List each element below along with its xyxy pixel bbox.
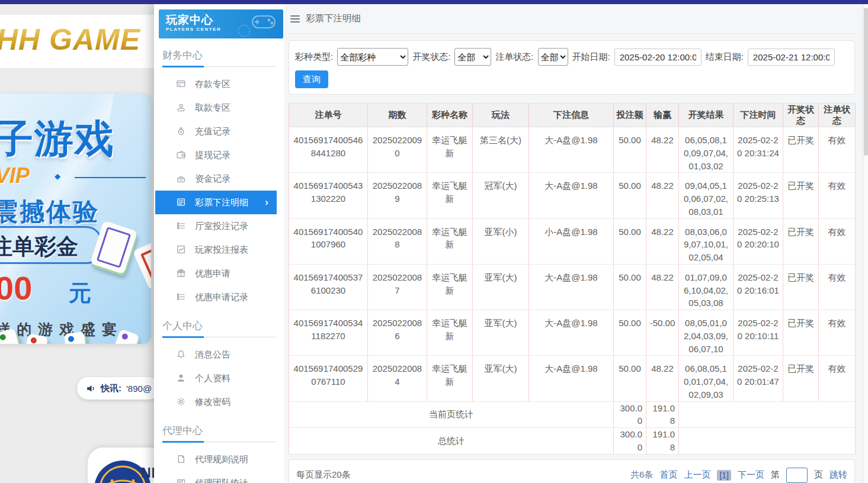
screen: HH GAME 子游戏 VIP ◆ 震撼体验 注单彩金 00 元 样的游戏盛宴 … [0,0,868,483]
sidebar-item-取款专区[interactable]: 取款专区 [154,96,284,120]
sidebar-item-玩家投注报表[interactable]: 玩家投注报表 [154,238,284,262]
report-chart-icon [177,245,186,255]
table-cell: 06,08,05,10,01,07,04,02,09,03 [679,356,734,401]
search-button[interactable]: 查询 [295,70,328,88]
end-date-input[interactable] [748,49,835,66]
sidebar-item-资金记录[interactable]: 资金记录 [154,167,284,191]
prev-page-link[interactable]: 上一页 [684,469,710,481]
doc-icon [177,455,186,464]
promo-banner: 子游戏 VIP ◆ 震撼体验 注单彩金 00 元 样的游戏盛宴 [0,94,151,344]
summary-bet-total: 300.00 [614,401,646,428]
next-page-link[interactable]: 下一页 [738,469,764,481]
table-cell: 已开奖 [783,127,819,173]
gamepad-icon [250,12,277,35]
sidebar-item-优惠申请记录[interactable]: 优惠申请记录 [154,285,284,309]
menu-toggle-icon[interactable] [290,15,300,22]
sidebar-item-代理团队统计[interactable]: 代理团队统计 [154,471,284,483]
table-cell: 09,04,05,10,06,07,02,08,03,01 [679,173,734,218]
table-cell: 幸运飞艇新 [427,173,473,218]
bet-status-select[interactable]: 全部 [538,48,568,66]
start-date-input[interactable] [614,49,702,66]
sidebar: 玩家中心 PLAYERS CENTER 财务中心存款专区取款专区充值记录提现记录… [154,4,284,483]
lottery-type-select[interactable]: 全部彩种 [337,48,408,66]
table-cell: 大-A盘@1.98 [529,127,614,173]
summary-row: 总统计300.00191.08 [289,428,856,455]
diamond-icon: ◆ [55,172,60,181]
table-cell: 20250220084 [368,356,427,401]
scrollbar[interactable] [863,4,868,483]
sidebar-item-消息公告[interactable]: 消息公告 [154,343,284,366]
table-footer: 每页显示20条 共6条 首页 上一页 [1] 下一页 第 页 跳转 [289,459,855,483]
page-suffix: 页 [814,469,823,481]
top-accent-bar [0,0,868,4]
current-page[interactable]: [1] [717,470,731,481]
table-cell: 有效 [819,218,856,264]
section-divider [162,337,276,337]
sidebar-item-label: 玩家投注报表 [195,244,248,256]
table-cell: 20250220089 [368,173,427,218]
bell-icon [177,350,186,359]
recharge-moneybag-icon [177,127,186,136]
table-cell: 48.22 [646,173,679,218]
sidebar-item-label: 修改密码 [195,397,230,408]
page-title: 彩票下注明细 [306,12,361,25]
sidebar-item-label: 代理团队统计 [195,478,248,483]
table-cell: 有效 [819,356,856,401]
banner-tagline: 样的游戏盛宴 [0,320,123,339]
sidebar-header: 玩家中心 PLAYERS CENTER [159,9,283,38]
summary-row: 当前页统计300.00191.08 [289,401,856,428]
draw-status-label: 开奖状态: [412,51,450,63]
sidebar-item-修改密码[interactable]: 修改密码 [154,390,284,414]
table-cell: 48.22 [646,218,679,264]
table-row: 40156917400543130222020250220089幸运飞艇新冠军(… [289,173,856,218]
table-cell: 亚军(小) [473,218,529,264]
draw-status-select[interactable]: 全部 [454,48,491,66]
table-cell: 已开奖 [783,173,819,218]
sidebar-item-存款专区[interactable]: 存款专区 [154,72,284,96]
sidebar-item-充值记录[interactable]: 充值记录 [154,120,284,143]
sidebar-item-代理规则说明[interactable]: 代理规则说明 [154,447,284,471]
lottery-type-label: 彩种类型: [295,51,333,63]
sidebar-sections: 财务中心存款专区取款专区充值记录提现记录资金记录彩票下注明细›厅室投注记录玩家投… [154,38,284,483]
bet-detail-icon [177,198,186,207]
sidebar-item-厅室投注记录[interactable]: 厅室投注记录 [154,214,284,238]
sidebar-item-label: 彩票下注明细 [195,197,248,208]
sidebar-item-提现记录[interactable]: 提现记录 [154,143,284,167]
table-row: 40156917400546844128020250220090幸运飞艇新第三名… [289,127,856,173]
sidebar-item-个人资料[interactable]: 个人资料 [154,366,284,390]
promo-gift-icon [177,269,186,278]
table-cell: 亚军(大) [473,356,529,401]
sidebar-item-优惠申请[interactable]: 优惠申请 [154,262,284,285]
page-jump-input[interactable] [786,468,808,483]
end-date-label: 结束日期: [706,51,744,63]
ticker-text: '890@ [126,384,152,394]
table-row: 40156917400540100796020250220088幸运飞艇新亚军(… [289,218,856,264]
sidebar-item-彩票下注明细[interactable]: 彩票下注明细› [155,191,277,214]
banner-subtitle: 震撼体验 [0,195,100,228]
table-cell: 401569174005431302220 [289,173,368,218]
table-cell: 幸运飞艇新 [427,127,473,173]
table-cell: 冠军(大) [473,173,529,218]
jump-link[interactable]: 跳转 [829,469,847,481]
ticker-label: 快讯: [101,383,121,394]
bet-table-body: 40156917400546844128020250220090幸运飞艇新第三名… [289,127,856,455]
summary-winloss-total: 191.08 [646,428,679,455]
user-icon [177,373,186,383]
table-cell: 幸运飞艇新 [427,356,473,401]
section-title: 个人中心 [154,309,284,333]
section-divider [162,66,276,67]
sidebar-item-label: 厅室投注记录 [195,221,248,232]
banner-title: 子游戏 [0,112,115,166]
scrollbar-thumb[interactable] [864,8,868,156]
pagination: 共6条 首页 上一页 [1] 下一页 第 页 跳转 [630,468,847,483]
per-page-text: 每页显示20条 [296,469,351,481]
summary-winloss-total: 191.08 [646,401,679,428]
summary-label: 总统计 [289,428,614,455]
table-row: 40156917400537610023020250220087幸运飞艇新亚军(… [289,264,856,310]
first-page-link[interactable]: 首页 [659,469,677,481]
table-cell: 50.00 [614,264,646,310]
section-divider [162,442,276,442]
page-header: 彩票下注明细 [289,4,855,34]
table-cell: 50.00 [614,310,646,356]
table-cell: 第三名(大) [473,127,529,173]
